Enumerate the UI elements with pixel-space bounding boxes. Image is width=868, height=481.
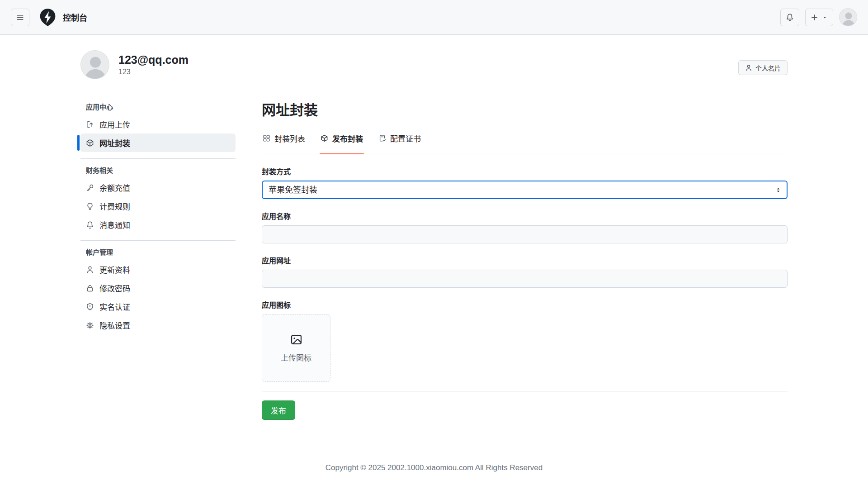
tab-nav: 封装列表 发布封装 配置证书 xyxy=(262,128,788,154)
sidebar-item-privacy-settings[interactable]: 隐私设置 xyxy=(80,316,236,334)
app-url-input[interactable] xyxy=(262,270,788,288)
sidebar-section-finance: 财务相关 余额充值 计费规则 xyxy=(80,165,236,234)
personal-card-label: 个人名片 xyxy=(755,63,781,72)
tab-label: 发布封装 xyxy=(332,133,363,144)
tab-package-list[interactable]: 封装列表 xyxy=(262,128,306,154)
sidebar-item-label: 实名认证 xyxy=(99,301,130,312)
sidebar-item-label: 更新资料 xyxy=(99,264,130,275)
light-bulb-icon xyxy=(86,202,94,210)
publish-button[interactable]: 发布 xyxy=(262,400,295,420)
notifications-button[interactable] xyxy=(780,9,799,26)
lock-icon xyxy=(86,284,94,292)
sidebar-item-label: 余额充值 xyxy=(99,182,130,193)
person-silhouette-icon xyxy=(81,51,109,79)
sidebar-item-label: 隐私设置 xyxy=(99,319,130,331)
sidebar-item-real-name-verify[interactable]: 实名认证 xyxy=(80,297,236,316)
sidebar-item-update-profile[interactable]: 更新资料 xyxy=(80,260,236,279)
create-new-button[interactable] xyxy=(805,9,833,26)
profile-avatar xyxy=(80,50,109,79)
sidebar-nav: 应用中心 应用上传 网址封装 财务相关 xyxy=(80,102,236,334)
tab-publish-package[interactable]: 发布封装 xyxy=(320,128,364,154)
sidebar-item-notifications[interactable]: 消息通知 xyxy=(80,215,236,234)
package-icon xyxy=(321,134,328,142)
plus-icon xyxy=(811,14,818,21)
profile-info: 123@qq.com 123 xyxy=(118,50,189,76)
apps-grid-icon xyxy=(263,134,270,142)
hamburger-menu-button[interactable] xyxy=(11,9,29,26)
copyright-text: Copyright © 2025 2002.1000.xiaomiou.com … xyxy=(326,463,542,472)
three-bar-icon xyxy=(16,14,24,21)
lightning-bolt-icon xyxy=(38,8,57,27)
profile-email: 123@qq.com xyxy=(118,53,189,67)
header-avatar[interactable] xyxy=(839,8,857,26)
main-layout: 应用中心 应用上传 网址封装 财务相关 xyxy=(80,102,788,420)
sidebar-item-label: 计费规则 xyxy=(99,200,130,212)
profile-username: 123 xyxy=(118,68,189,76)
page-title: 网址封装 xyxy=(262,102,788,119)
person-icon xyxy=(86,266,94,274)
chevron-down-icon xyxy=(822,14,828,20)
form-divider xyxy=(262,391,788,391)
shield-exclamation-icon xyxy=(86,303,94,311)
package-icon xyxy=(86,139,94,147)
sidebar-item-label: 消息通知 xyxy=(99,219,130,230)
tab-configure-certificate[interactable]: 配置证书 xyxy=(377,128,422,154)
gear-icon xyxy=(86,321,94,329)
sidebar-section-title: 财务相关 xyxy=(80,165,236,175)
sidebar-divider xyxy=(80,158,236,159)
upload-icon xyxy=(86,120,94,129)
tab-label: 封装列表 xyxy=(274,133,305,144)
bell-icon xyxy=(86,221,94,229)
image-icon xyxy=(290,333,302,346)
form-group-package-method: 封装方式 苹果免签封装 xyxy=(262,166,788,199)
key-icon xyxy=(86,184,94,192)
personal-card-button[interactable]: 个人名片 xyxy=(738,60,788,75)
sidebar-item-url-package[interactable]: 网址封装 xyxy=(80,133,236,152)
sidebar-item-app-upload[interactable]: 应用上传 xyxy=(80,115,236,133)
app-title: 控制台 xyxy=(63,11,87,23)
file-check-icon xyxy=(378,134,386,142)
package-method-select[interactable]: 苹果免签封装 xyxy=(262,181,788,199)
profile-section: 123@qq.com 123 个人名片 xyxy=(80,35,788,79)
sidebar-section-title: 帐户管理 xyxy=(80,247,236,257)
upload-icon-label: 上传图标 xyxy=(281,352,311,363)
sidebar-item-label: 网址封装 xyxy=(99,137,130,148)
sidebar-section-app-center: 应用中心 应用上传 网址封装 xyxy=(80,102,236,152)
page-container: 123@qq.com 123 个人名片 应用中心 应用上传 xyxy=(80,35,788,481)
form-group-app-url: 应用网址 xyxy=(262,255,788,288)
sidebar-item-balance-recharge[interactable]: 余额充值 xyxy=(80,178,236,197)
sidebar-section-title: 应用中心 xyxy=(80,102,236,111)
person-silhouette-icon xyxy=(840,9,857,26)
package-method-select-wrap: 苹果免签封装 xyxy=(262,181,788,199)
app-header: 控制台 xyxy=(0,0,868,35)
form-group-app-icon: 应用图标 上传图标 xyxy=(262,299,788,382)
form-group-app-name: 应用名称 xyxy=(262,210,788,243)
sidebar-item-label: 修改密码 xyxy=(99,282,130,294)
bell-icon xyxy=(786,13,794,21)
footer: Copyright © 2025 2002.1000.xiaomiou.com … xyxy=(80,463,788,481)
sidebar-item-change-password[interactable]: 修改密码 xyxy=(80,279,236,297)
appbar-actions xyxy=(780,8,857,26)
sidebar-section-account: 帐户管理 更新资料 修改密码 xyxy=(80,247,236,334)
sidebar-divider xyxy=(80,240,236,241)
app-url-label: 应用网址 xyxy=(262,255,788,266)
app-icon-label: 应用图标 xyxy=(262,299,788,310)
package-method-label: 封装方式 xyxy=(262,166,788,176)
tab-label: 配置证书 xyxy=(390,133,421,144)
person-icon xyxy=(745,64,752,71)
app-logo[interactable] xyxy=(38,8,57,27)
content-area: 网址封装 封装列表 发布封装 xyxy=(262,102,788,420)
sidebar-item-label: 应用上传 xyxy=(99,119,130,130)
app-name-input[interactable] xyxy=(262,225,788,243)
app-name-label: 应用名称 xyxy=(262,210,788,221)
icon-upload-dropzone[interactable]: 上传图标 xyxy=(262,314,330,382)
sidebar-item-billing-rules[interactable]: 计费规则 xyxy=(80,197,236,215)
